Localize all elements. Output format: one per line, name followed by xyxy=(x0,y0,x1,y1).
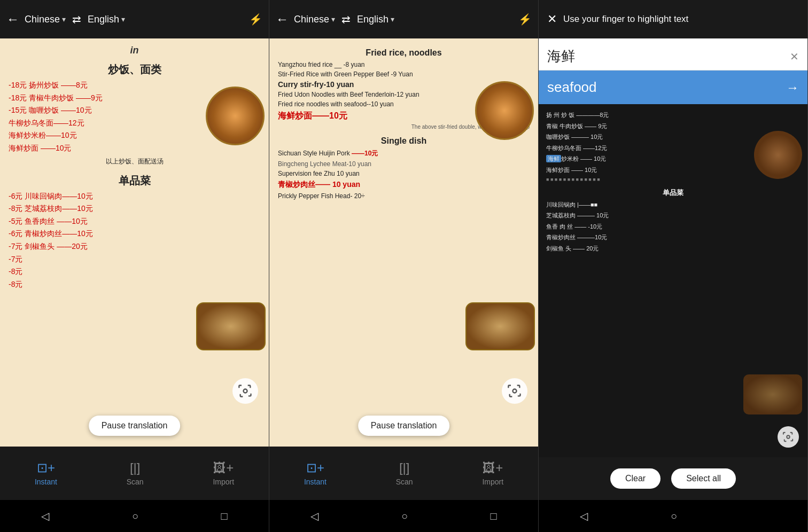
scan-icon-panel2[interactable] xyxy=(502,378,527,404)
menu-logo-panel1: in xyxy=(9,45,260,56)
target-lang-arrow-panel1: ▾ xyxy=(121,15,125,24)
target-lang-label-panel2: English xyxy=(357,14,389,25)
instant-icon-panel2: ⊡+ xyxy=(306,460,324,475)
back-button-panel2[interactable]: ← xyxy=(276,12,289,27)
target-lang-arrow-panel2: ▾ xyxy=(391,15,394,24)
nav-instant-panel2[interactable]: ⊡+ Instant xyxy=(304,460,327,486)
back-button-panel1[interactable]: ← xyxy=(6,12,19,27)
translated-word: seafood xyxy=(547,79,597,96)
overlay-row: 青椒炒肉丝 ———10元 xyxy=(546,233,800,242)
import-icon-panel2: 🖼+ xyxy=(483,460,503,475)
flash-button-panel2[interactable]: ⚡ xyxy=(518,13,532,26)
menu-item-panel1: -8元 芝城荔枝肉——10元 xyxy=(9,204,260,214)
target-lang-selector-panel2[interactable]: English ▾ xyxy=(357,14,394,25)
bottom-actions-panel3: Clear Select all xyxy=(539,457,807,500)
close-translation-button[interactable]: ✕ xyxy=(790,50,799,63)
instruction-text-panel3: Use your finger to highlight text xyxy=(563,14,799,25)
overlay-row: 剑椒鱼 头 —— 20元 xyxy=(546,244,800,253)
clear-button[interactable]: Clear xyxy=(610,468,661,489)
android-back-panel2[interactable]: ◁ xyxy=(310,510,318,522)
t-item-panel2: Stir-Fried Rice with Green Pepper Beef -… xyxy=(278,71,530,78)
overlay-row: 芝城荔枝肉 ——— 10元 xyxy=(546,211,800,220)
menu-background-panel2: Fried rice, noodles Yangzhou fried rice … xyxy=(269,38,538,447)
svg-point-2 xyxy=(787,435,790,439)
android-recents-panel1[interactable]: □ xyxy=(221,510,228,522)
android-back-panel1[interactable]: ◁ xyxy=(41,510,49,522)
swap-button-panel1[interactable]: ⇄ xyxy=(72,13,81,26)
nav-import-label-panel1: Import xyxy=(213,478,234,486)
t-item-panel2: Prickly Pepper Fish Head- 20÷ xyxy=(278,192,530,200)
menu-section1-panel1: 炒饭、面类 xyxy=(9,62,260,77)
highlighted-text: 海鲜 xyxy=(546,155,561,162)
nav-instant-label-panel2: Instant xyxy=(304,478,327,486)
t-item-panel2: Supervision fee Zhu 10 yuan xyxy=(278,170,530,177)
scan-nav-icon-panel2: [|] xyxy=(399,460,410,475)
menu-background-panel1: in 炒饭、面类 -18元 扬州炒饭 ——8元 -18元 青椒牛肉炒饭 ——9元… xyxy=(0,38,269,447)
topbar-panel1: ← Chinese ▾ ⇄ English ▾ ⚡ xyxy=(0,0,269,38)
scan-icon-panel3[interactable] xyxy=(778,426,799,448)
android-home-panel1[interactable]: ○ xyxy=(132,510,138,522)
panel-instant-chinese: ← Chinese ▾ ⇄ English ▾ ⚡ in 炒饭、面类 -18元 … xyxy=(0,0,269,532)
android-recents-panel2[interactable]: □ xyxy=(491,510,497,522)
food-image-top-panel2 xyxy=(475,81,534,140)
android-back-panel3[interactable]: ◁ xyxy=(580,510,588,522)
menu-item-panel1: -7元 xyxy=(9,254,260,265)
translation-next-arrow[interactable]: → xyxy=(786,80,799,95)
overlay-section2-title: 单品菜 xyxy=(546,188,800,198)
bottom-nav-panel2: ⊡+ Instant [|] Scan 🖼+ Import xyxy=(269,447,538,500)
pause-button-panel2[interactable]: Pause translation xyxy=(358,416,450,436)
android-nav-panel3: ◁ ○ □ xyxy=(539,500,807,532)
svg-point-0 xyxy=(244,389,247,393)
nav-instant-panel1[interactable]: ⊡+ Instant xyxy=(35,460,57,486)
panel-translated: ← Chinese ▾ ⇄ English ▾ ⚡ Fried rice, no… xyxy=(269,0,539,532)
android-home-panel2[interactable]: ○ xyxy=(401,510,408,522)
flash-button-panel1[interactable]: ⚡ xyxy=(249,13,262,26)
t-item-red-panel2: 青椒炒肉丝—— 10 yuan xyxy=(278,179,530,190)
camera-view-overlay-panel3: 扬 州 炒 饭 ————8元 青椒 牛肉炒饭 —— 9元 咖喱炒饭 ——— 10… xyxy=(539,104,807,457)
nav-scan-label-panel2: Scan xyxy=(396,478,413,486)
instant-icon-panel1: ⊡+ xyxy=(37,460,55,475)
nav-import-panel2[interactable]: 🖼+ Import xyxy=(482,460,503,486)
source-lang-selector-panel1[interactable]: Chinese ▾ xyxy=(25,14,66,25)
nav-import-panel1[interactable]: 🖼+ Import xyxy=(213,460,234,486)
nav-instant-label-panel1: Instant xyxy=(35,478,57,486)
menu-item-panel1: -8元 xyxy=(9,267,260,277)
nav-scan-label-panel1: Scan xyxy=(127,478,144,486)
topbar-panel3: ✕ Use your finger to highlight text xyxy=(539,0,807,38)
food-image-bottom-panel2 xyxy=(465,302,535,350)
nav-import-label-panel2: Import xyxy=(482,478,503,486)
overlay-row: ■ ■ ■ ■ ■ ■ ■ ■ ■ ■ ■ ■ ■ xyxy=(546,176,800,184)
menu-section1-panel2: Fried rice, noodles xyxy=(278,48,530,58)
t-item-panel2: Sichuan Style Huijin Pork ——10元 xyxy=(278,149,530,158)
android-home-panel3[interactable]: ○ xyxy=(671,510,677,522)
food-image-bottom-panel1 xyxy=(196,302,266,350)
translation-result-box: seafood → xyxy=(539,71,807,104)
menu-item-panel1: -6元 青椒炒肉丝——10元 xyxy=(9,229,260,239)
scan-icon-panel1[interactable] xyxy=(232,378,258,404)
svg-point-1 xyxy=(513,389,517,393)
source-lang-selector-panel2[interactable]: Chinese ▾ xyxy=(294,14,335,25)
target-lang-label-panel1: English xyxy=(88,14,119,25)
target-lang-selector-panel1[interactable]: English ▾ xyxy=(88,14,125,25)
scan-nav-icon-panel1: [|] xyxy=(130,460,141,475)
nav-scan-panel1[interactable]: [|] Scan xyxy=(127,460,144,486)
nav-scan-panel2[interactable]: [|] Scan xyxy=(396,460,413,486)
source-lang-arrow-panel2: ▾ xyxy=(331,15,335,24)
swap-button-panel2[interactable]: ⇄ xyxy=(341,13,351,26)
android-nav-panel1: ◁ ○ □ xyxy=(0,500,269,532)
panel-highlight: ✕ Use your finger to highlight text 海鲜 ✕… xyxy=(539,0,808,532)
t-item-panel2: Yangzhou fried rice __ -8 yuan xyxy=(278,61,530,68)
source-lang-label-panel2: Chinese xyxy=(294,14,329,25)
overlay-row: 川味回锅肉 |——■■ xyxy=(546,200,800,209)
pause-button-panel1[interactable]: Pause translation xyxy=(89,416,181,436)
chinese-word: 海鲜 xyxy=(547,47,790,66)
menu-item-panel1: -6元 川味回锅肉——10元 xyxy=(9,191,260,202)
import-icon-panel1: 🖼+ xyxy=(213,460,234,475)
source-lang-arrow-panel1: ▾ xyxy=(62,15,66,24)
t-item-panel2: Bingcheng Lychee Meat-10 yuan xyxy=(278,160,530,168)
android-nav-panel2: ◁ ○ □ xyxy=(269,500,538,532)
close-button-panel3[interactable]: ✕ xyxy=(547,12,557,26)
select-all-button[interactable]: Select all xyxy=(671,468,736,489)
food-image-overlay-bottom xyxy=(743,374,802,414)
menu-item-note-panel1: 以上炒饭、面配送汤 xyxy=(9,157,260,166)
